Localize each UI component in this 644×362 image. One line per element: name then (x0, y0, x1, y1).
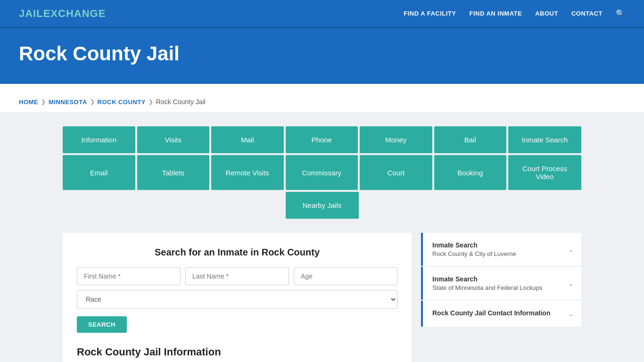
btn-nearby-jails[interactable]: Nearby Jails (286, 192, 359, 219)
sidebar-item-1[interactable]: Inmate Search Rock County & City of Luve… (421, 233, 581, 266)
sidebar-item-2-subtitle: State of Minnesota and Federal Lockups (432, 284, 542, 291)
btn-mail[interactable]: Mail (211, 126, 284, 153)
btn-visits[interactable]: Visits (137, 126, 210, 153)
sidebar-item-1-subtitle: Rock County & City of Luverne (432, 250, 516, 257)
chevron-down-icon-1: ⌄ (568, 246, 574, 253)
breadcrumb: Home ❯ Minnesota ❯ Rock County ❯ Rock Co… (19, 91, 625, 112)
chevron-down-icon-3: ⌄ (568, 310, 574, 318)
btn-money[interactable]: Money (360, 126, 432, 153)
sidebar-item-3-text: Rock County Jail Contact Information (432, 309, 550, 318)
search-icon[interactable]: 🔍 (616, 9, 625, 18)
btn-information[interactable]: Information (63, 126, 135, 153)
nav-find-inmate[interactable]: FIND AN INMATE (469, 10, 522, 17)
chevron-down-icon-2: ⌄ (568, 280, 574, 287)
nav-about[interactable]: ABOUT (535, 10, 558, 17)
hero-banner: Rock County Jail (0, 28, 644, 84)
main-content: Information Visits Mail Phone Money Bail… (0, 112, 644, 362)
page-title: Rock County Jail (19, 42, 625, 65)
sidebar-item-1-title: Inmate Search (432, 241, 516, 249)
btn-bail[interactable]: Bail (434, 126, 507, 153)
last-name-input[interactable] (185, 267, 289, 285)
btn-phone[interactable]: Phone (286, 126, 358, 153)
sidebar-item-2-title: Inmate Search (432, 275, 542, 283)
logo-jail: JAIL (19, 8, 43, 19)
search-form-title: Search for an Inmate in Rock County (77, 247, 397, 258)
btn-court[interactable]: Court (360, 155, 432, 190)
btn-booking[interactable]: Booking (434, 155, 507, 190)
breadcrumb-sep-3: ❯ (149, 99, 153, 105)
nav-find-facility[interactable]: FIND A FACILITY (404, 10, 456, 17)
breadcrumb-minnesota[interactable]: Minnesota (49, 99, 87, 106)
btn-remote-visits[interactable]: Remote Visits (211, 155, 284, 190)
btn-tablets[interactable]: Tablets (137, 155, 210, 190)
breadcrumb-sep-1: ❯ (41, 99, 46, 105)
inmate-search-form: Search for an Inmate in Rock County Race… (63, 233, 412, 362)
nav-buttons-grid: Information Visits Mail Phone Money Bail… (63, 126, 581, 219)
jail-info-section-title: Rock County Jail Information (77, 346, 397, 358)
sidebar: Inmate Search Rock County & City of Luve… (421, 233, 581, 328)
nav-contact[interactable]: CONTACT (571, 10, 603, 17)
sidebar-item-3[interactable]: Rock County Jail Contact Information ⌄ (421, 301, 581, 327)
sidebar-item-3-title: Rock County Jail Contact Information (432, 309, 550, 317)
breadcrumb-container: Home ❯ Minnesota ❯ Rock County ❯ Rock Co… (0, 84, 644, 112)
search-button[interactable]: SEARCH (77, 316, 127, 333)
logo-exchange: EXCHANGE (43, 8, 106, 19)
btn-court-process-video[interactable]: Court Process Video (508, 155, 581, 190)
race-select[interactable]: Race White Black Hispanic Asian Other (77, 290, 397, 309)
site-header: JAILEXCHANGE FIND A FACILITY FIND AN INM… (0, 0, 644, 28)
site-logo[interactable]: JAILEXCHANGE (19, 8, 106, 20)
age-input[interactable] (294, 267, 397, 285)
breadcrumb-home[interactable]: Home (19, 99, 38, 106)
btn-inmate-search[interactable]: Inmate Search (508, 126, 581, 153)
sidebar-item-2[interactable]: Inmate Search State of Minnesota and Fed… (421, 267, 581, 300)
search-fields-row: Race White Black Hispanic Asian Other (77, 267, 397, 309)
first-name-input[interactable] (77, 267, 181, 285)
breadcrumb-sep-2: ❯ (90, 99, 95, 105)
btn-commissary[interactable]: Commissary (286, 155, 358, 190)
main-nav: FIND A FACILITY FIND AN INMATE ABOUT CON… (404, 9, 625, 18)
breadcrumb-current: Rock County Jail (156, 98, 206, 106)
btn-email[interactable]: Email (63, 155, 135, 190)
sidebar-item-2-text: Inmate Search State of Minnesota and Fed… (432, 275, 542, 291)
breadcrumb-rock-county[interactable]: Rock County (98, 99, 146, 106)
bottom-section: Search for an Inmate in Rock County Race… (63, 233, 581, 362)
sidebar-item-1-text: Inmate Search Rock County & City of Luve… (432, 241, 516, 257)
